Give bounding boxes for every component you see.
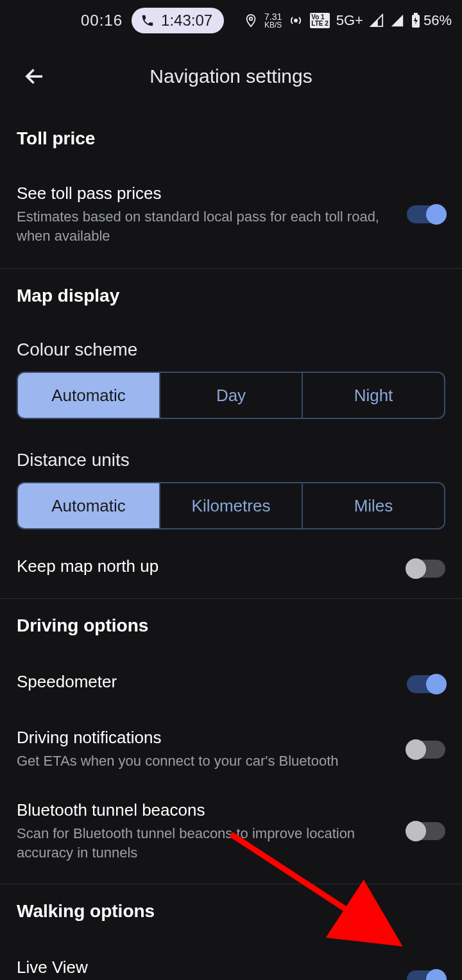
battery-indicator: 56% — [411, 12, 452, 29]
setting-label: Bluetooth tunnel beacons — [17, 800, 394, 820]
colour-scheme-label: Colour scheme — [0, 323, 462, 369]
toggle-toll-pass-prices[interactable] — [407, 203, 445, 225]
setting-label: See toll pass prices — [17, 184, 394, 203]
setting-speedometer[interactable]: Speedometer — [0, 653, 462, 715]
segmented-colour-scheme: Automatic Day Night — [17, 372, 445, 419]
status-clock: 00:16 — [81, 12, 123, 30]
svg-point-0 — [250, 17, 253, 21]
setting-bluetooth-beacons[interactable]: Bluetooth tunnel beacons Scan for Blueto… — [0, 784, 462, 884]
volte-icon: Vo 1 LTE 2 — [310, 13, 329, 28]
setting-driving-notifications[interactable]: Driving notifications Get ETAs when you … — [0, 715, 462, 784]
toggle-bluetooth-beacons[interactable] — [407, 820, 445, 842]
call-duration: 1:43:07 — [161, 12, 212, 30]
section-heading-driving: Driving options — [0, 599, 462, 653]
phone-icon — [141, 13, 155, 28]
toggle-keep-north-up[interactable] — [407, 558, 445, 580]
segment-distance-automatic[interactable]: Automatic — [18, 483, 159, 528]
data-rate: 7.31 KB/S — [264, 12, 282, 29]
distance-units-label: Distance units — [0, 428, 462, 479]
page-title: Navigation settings — [0, 65, 462, 87]
app-bar: Navigation settings — [0, 41, 462, 112]
section-heading-toll: Toll price — [0, 112, 462, 166]
setting-label: Keep map north up — [17, 556, 394, 576]
segment-distance-kilometres[interactable]: Kilometres — [159, 483, 302, 528]
toggle-driving-notifications[interactable] — [407, 739, 445, 761]
setting-live-view[interactable]: Live View Tilt phone to enter Live View … — [0, 938, 462, 980]
segment-distance-miles[interactable]: Miles — [302, 483, 444, 528]
signal-icon-2 — [390, 13, 404, 28]
setting-keep-north-up[interactable]: Keep map north up — [0, 538, 462, 598]
hotspot-icon — [288, 13, 304, 28]
toggle-live-view[interactable] — [407, 968, 445, 980]
segmented-distance-units: Automatic Kilometres Miles — [17, 482, 445, 529]
toggle-speedometer[interactable] — [407, 673, 445, 695]
ongoing-call-pill[interactable]: 1:43:07 — [132, 8, 224, 33]
segment-colour-night[interactable]: Night — [302, 373, 444, 418]
section-heading-map-display: Map display — [0, 269, 462, 323]
location-icon — [244, 12, 258, 29]
section-heading-walking: Walking options — [0, 884, 462, 938]
battery-charging-icon — [411, 13, 421, 28]
setting-toll-pass-prices[interactable]: See toll pass prices Estimates based on … — [0, 166, 462, 268]
setting-subtext: Estimates based on standard local pass f… — [17, 207, 394, 245]
status-bar: 00:16 1:43:07 7.31 KB/S Vo 1 LTE 2 5G+ 5… — [0, 0, 462, 41]
network-type: 5G+ — [336, 12, 363, 29]
setting-subtext: Get ETAs when you connect to your car's … — [17, 752, 394, 771]
setting-label: Speedometer — [17, 672, 394, 692]
setting-subtext: Scan for Bluetooth tunnel beacons to imp… — [17, 824, 394, 862]
segment-colour-day[interactable]: Day — [159, 373, 302, 418]
setting-label: Driving notifications — [17, 728, 394, 748]
svg-rect-3 — [414, 13, 418, 15]
setting-label: Live View — [17, 958, 394, 977]
segment-colour-automatic[interactable]: Automatic — [18, 373, 159, 418]
svg-point-1 — [294, 19, 298, 22]
signal-icon-1 — [370, 13, 384, 28]
